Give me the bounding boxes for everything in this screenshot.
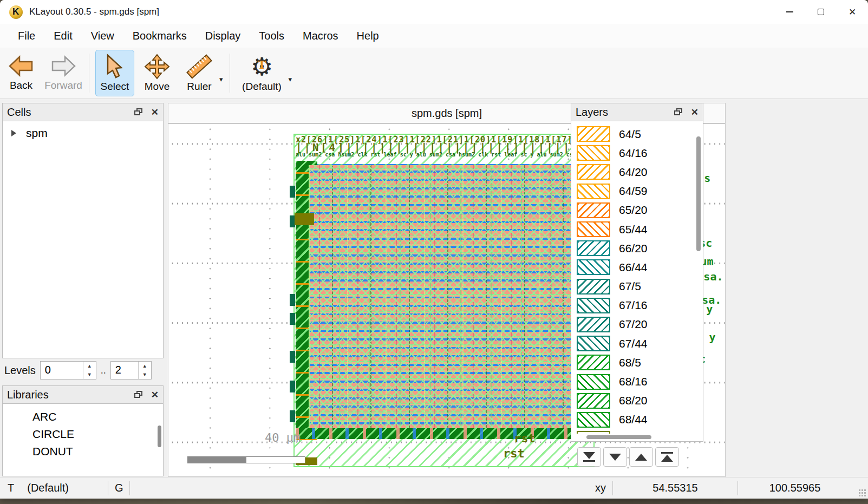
level-from-spinbox[interactable]: 0 ▲▼ (40, 361, 96, 379)
layer-swatch-icon (577, 164, 610, 180)
ruler-dropdown-caret[interactable]: ▾ (219, 75, 223, 83)
move-layer-to-top-button[interactable] (655, 447, 679, 467)
cells-panel: Cells ✕ spm Levels 0 ▲▼ .. (2, 103, 164, 382)
move-icon (143, 54, 171, 80)
layer-row[interactable]: 67/5 (577, 277, 703, 296)
forward-button[interactable]: Forward (44, 50, 83, 96)
layer-swatch-icon (577, 202, 610, 218)
layer-swatch-icon (577, 184, 610, 199)
back-arrow-icon (8, 55, 35, 78)
select-tool-button[interactable]: Select (95, 50, 134, 96)
left-pin (290, 313, 295, 325)
layers-dock: Layers ✕ 64/5 64/16 (564, 99, 706, 477)
move-layer-up-button[interactable] (629, 447, 653, 467)
scale-ruler-label: 40 µm (265, 431, 301, 444)
move-layer-down-button[interactable] (603, 447, 627, 467)
layers-horizontal-scrollbar[interactable] (586, 435, 651, 439)
layer-row[interactable]: 64/20 (577, 162, 703, 181)
menu-item[interactable]: Help (348, 27, 388, 45)
float-panel-icon[interactable] (674, 108, 682, 116)
library-item[interactable]: DONUT (32, 443, 163, 460)
mode-default-button[interactable]: ⚙ T (Default) (236, 50, 288, 96)
move-label: Move (145, 81, 169, 93)
layer-swatch-icon (577, 221, 610, 237)
close-panel-icon[interactable]: ✕ (151, 390, 159, 400)
move-tool-button[interactable]: Move (138, 50, 177, 96)
back-label: Back (10, 80, 32, 91)
layer-row[interactable]: 65/20 (577, 201, 703, 220)
libraries-scrollbar[interactable] (158, 426, 161, 447)
ruler-tool-button[interactable]: Ruler (180, 50, 219, 96)
left-pin (290, 351, 295, 363)
layer-row[interactable]: 68/5 (577, 353, 703, 372)
resize-grip[interactable] (858, 489, 866, 496)
layer-row[interactable]: 66/44 (577, 258, 703, 277)
level-from-value: 0 (41, 362, 83, 379)
mode-dropdown-caret[interactable]: ▾ (289, 75, 292, 83)
layer-swatch-icon (577, 259, 610, 275)
expand-arrow-icon[interactable] (11, 130, 16, 136)
view-tab-title: spm.gds [spm] (412, 107, 482, 120)
level-to-spinbox[interactable]: 2 ▲▼ (110, 361, 152, 379)
cells-header: Cells ✕ (2, 103, 164, 121)
library-item[interactable]: ARC (32, 408, 163, 426)
library-item[interactable]: CIRCLE (32, 426, 163, 443)
toolbar-separator (89, 54, 89, 93)
layer-row[interactable]: 67/20 (577, 315, 703, 334)
float-panel-icon[interactable] (134, 391, 142, 398)
minimize-button[interactable] (774, 0, 805, 24)
layer-row[interactable]: 65/44 (577, 220, 703, 239)
close-button[interactable]: ✕ (837, 0, 868, 24)
layer-name: 67/16 (619, 299, 648, 312)
klayout-window: KLayout 0.30.5 - spm.gds [spm] ✕ FileEdi… (0, 0, 868, 499)
spin-arrows[interactable]: ▲▼ (83, 362, 96, 379)
menu-item[interactable]: Display (196, 27, 250, 45)
gear-icon: ⚙ T (249, 54, 275, 80)
status-t: T (0, 482, 21, 494)
layer-row[interactable]: 68/16 (577, 372, 703, 391)
layer-name: 65/20 (619, 204, 648, 217)
layer-name: 68/20 (619, 394, 648, 407)
layer-row[interactable]: 64/5 (577, 125, 703, 143)
layer-name: 64/20 (619, 166, 648, 179)
cell-tree: spm (2, 121, 164, 358)
layers-vertical-scrollbar[interactable] (696, 136, 701, 251)
layer-row[interactable]: 64/16 (577, 143, 703, 162)
libraries-list: ARCCIRCLEDONUT (2, 404, 164, 476)
layer-row[interactable]: 66/20 (577, 239, 703, 258)
layer-swatch-icon (577, 336, 610, 351)
net-label: rst (514, 433, 536, 444)
layer-row[interactable]: 68/20 (577, 391, 703, 410)
layer-name: 68/44 (619, 413, 648, 426)
layer-name: 66/44 (619, 261, 648, 274)
menu-item[interactable]: File (9, 27, 44, 45)
layer-row[interactable]: 67/44 (577, 334, 703, 353)
cell-name: spm (26, 127, 48, 140)
layer-name: 64/5 (619, 128, 641, 141)
layer-name: 67/5 (619, 280, 641, 293)
back-button[interactable]: Back (2, 50, 41, 96)
menu-item[interactable]: Tools (250, 27, 293, 45)
menu-item[interactable]: Bookmarks (123, 27, 196, 45)
move-layer-to-bottom-button[interactable] (577, 447, 601, 467)
float-panel-icon[interactable] (134, 108, 142, 116)
layer-row[interactable]: 67/16 (577, 296, 703, 315)
layer-row[interactable]: 64/59 (577, 182, 703, 201)
libraries-panel: Libraries ✕ ARCCIRCLEDONUT (2, 385, 164, 476)
ruler-icon (185, 54, 213, 80)
status-mode: (Default) (21, 482, 75, 494)
menu-item[interactable]: Edit (44, 27, 81, 45)
menu-item[interactable]: View (82, 27, 123, 45)
close-panel-icon[interactable]: ✕ (691, 108, 699, 117)
forward-label: Forward (44, 80, 82, 91)
toolbar-separator (230, 54, 230, 93)
cell-tree-item-spm[interactable]: spm (7, 127, 159, 140)
status-grid: G (108, 482, 130, 494)
layer-name: 67/20 (619, 318, 648, 331)
select-label: Select (101, 81, 129, 93)
maximize-button[interactable] (805, 0, 837, 24)
menu-item[interactable]: Macros (293, 27, 348, 45)
close-panel-icon[interactable]: ✕ (151, 108, 159, 117)
layer-row[interactable]: 68/44 (577, 410, 703, 429)
spin-arrows[interactable]: ▲▼ (138, 362, 151, 379)
